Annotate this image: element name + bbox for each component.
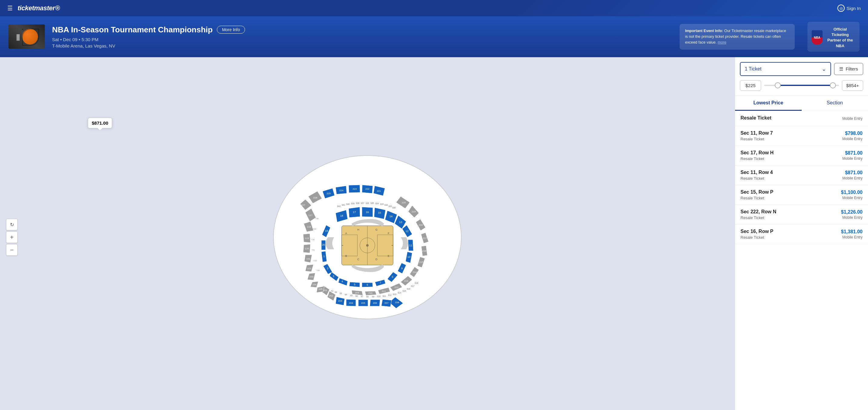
svg-text:120: 120 [305, 247, 309, 250]
ticket-type-5: Resale Ticket [741, 235, 774, 240]
price-slider-track[interactable] [764, 85, 839, 86]
ticket-list: Sec 11, Row 7 Resale Ticket $798.00 Mobi… [735, 126, 868, 410]
more-info-button[interactable]: More Info [217, 26, 245, 34]
ticket-entry-2: Mobile Entry [842, 176, 863, 180]
svg-text:E: E [388, 254, 390, 258]
svg-text:S31: S31 [389, 205, 392, 207]
svg-text:101: 101 [306, 258, 310, 260]
svg-text:S38: S38 [356, 202, 360, 204]
ticket-tabs: Lowest Price Section [735, 96, 868, 111]
svg-text:4: 4 [341, 280, 343, 283]
svg-text:C: C [358, 258, 360, 261]
ticket-item[interactable]: Sec 11, Row 4 Resale Ticket $871.00 Mobi… [735, 166, 868, 185]
arena-svg: 227 226 225 224 223 222 221 [265, 146, 470, 328]
ticket-entry-3: Mobile Entry [841, 196, 863, 200]
nba-official-text: Official Ticketing Partner of the NBA [825, 27, 855, 49]
svg-text:S17: S17 [411, 285, 414, 287]
price-slider-thumb-left[interactable] [775, 82, 781, 88]
svg-text:20: 20 [322, 243, 325, 246]
svg-text:S14: S14 [398, 292, 401, 294]
svg-text:F: F [388, 232, 390, 235]
undo-button[interactable]: ↻ [6, 219, 18, 230]
ticket-entry-4: Mobile Entry [841, 215, 863, 220]
svg-text:219: 219 [411, 210, 416, 213]
ticket-item-right-4: $1,226.00 Mobile Entry [841, 209, 863, 220]
svg-text:208: 208 [395, 301, 399, 304]
price-tooltip: $871.00 [88, 118, 112, 128]
svg-text:T20: T20 [311, 239, 315, 241]
svg-text:10: 10 [407, 255, 410, 259]
svg-text:117: 117 [308, 214, 313, 217]
svg-text:S41: S41 [342, 204, 345, 206]
ticket-item-left-4: Sec 222, Row N Resale Ticket [741, 209, 776, 220]
sign-in-button[interactable]: ◎ Sign In [837, 4, 861, 12]
ticket-section-0: Sec 11, Row 7 [741, 130, 773, 136]
svg-text:T23: T23 [316, 270, 320, 271]
tab-section[interactable]: Section [802, 96, 868, 111]
svg-text:5: 5 [354, 283, 355, 286]
svg-text:S36: S36 [366, 202, 369, 204]
svg-text:215: 215 [419, 261, 424, 264]
svg-text:210: 210 [368, 292, 373, 295]
ticket-item[interactable]: Sec 16, Row P Resale Ticket $1,381.00 Mo… [735, 225, 868, 244]
svg-text:S8: S8 [366, 296, 369, 298]
ticket-controls: 1 Ticket ⌄ ☰ Filters $225 $854+ [735, 57, 868, 96]
ticket-panel: 1 Ticket ⌄ ☰ Filters $225 $854+ Lowest [735, 57, 868, 410]
filters-button[interactable]: ☰ Filters [834, 63, 863, 75]
ticket-section-5: Sec 16, Row P [741, 229, 774, 234]
svg-text:A: A [345, 232, 347, 235]
svg-text:S10: S10 [377, 295, 381, 298]
ticket-item-right-5: $1,381.00 Mobile Entry [841, 229, 863, 239]
price-slider-thumb-right[interactable] [830, 82, 836, 88]
ticket-item-partial[interactable]: Resale Ticket Mobile Entry [735, 111, 868, 126]
arena-seating-chart[interactable]: 227 226 225 224 223 222 221 [265, 146, 470, 328]
svg-text:S32: S32 [384, 204, 388, 206]
chevron-down-icon: ⌄ [822, 66, 826, 72]
svg-text:218: 218 [418, 224, 423, 226]
ticket-entry-0: Mobile Entry [842, 137, 863, 141]
svg-text:205: 205 [361, 302, 365, 304]
svg-text:209: 209 [355, 292, 359, 294]
svg-text:217: 217 [423, 237, 427, 240]
ticket-price-5: $1,381.00 [841, 229, 863, 235]
ticket-price-4: $1,226.00 [841, 209, 863, 215]
hamburger-menu-icon[interactable]: ☰ [7, 4, 13, 12]
ticket-section-3: Sec 15, Row P [741, 190, 774, 195]
svg-text:S15: S15 [403, 290, 406, 292]
svg-text:14: 14 [390, 215, 393, 218]
svg-text:S42: S42 [337, 205, 341, 207]
svg-text:202: 202 [329, 295, 333, 297]
arena-map-area[interactable]: ↻ + − $871.00 227 226 225 [0, 57, 735, 410]
svg-text:T18: T18 [315, 217, 319, 219]
svg-text:9: 9 [401, 267, 403, 270]
ticket-quantity-selector[interactable]: 1 Ticket ⌄ [740, 62, 831, 76]
notice-more-link[interactable]: more [718, 40, 726, 44]
svg-text:203: 203 [338, 300, 342, 302]
ticket-item[interactable]: Sec 222, Row N Resale Ticket $1,226.00 M… [735, 205, 868, 225]
ticket-type-3: Resale Ticket [741, 196, 774, 200]
ticket-item[interactable]: Sec 15, Row P Resale Ticket $1,100.00 Mo… [735, 185, 868, 205]
ticket-item[interactable]: Sec 11, Row 7 Resale Ticket $798.00 Mobi… [735, 126, 868, 146]
ticket-section-2: Sec 11, Row 4 [741, 170, 773, 175]
ticket-item[interactable]: Sec 17, Row H Resale Ticket $871.00 Mobi… [735, 146, 868, 166]
svg-text:8: 8 [392, 275, 393, 278]
zoom-out-button[interactable]: − [6, 244, 18, 256]
svg-text:226: 226 [313, 196, 317, 199]
svg-text:216: 216 [422, 250, 427, 252]
svg-text:211: 211 [382, 290, 386, 293]
price-min-box: $225 [740, 80, 761, 91]
price-slider-fill [775, 85, 835, 86]
svg-text:204: 204 [349, 302, 353, 304]
ticket-type-2: Resale Ticket [741, 176, 773, 181]
svg-text:S16: S16 [407, 288, 410, 290]
ticket-item-left-5: Sec 16, Row P Resale Ticket [741, 229, 774, 240]
ticket-type-1: Resale Ticket [741, 157, 774, 161]
tab-lowest-price[interactable]: Lowest Price [735, 96, 802, 111]
svg-text:H: H [358, 228, 360, 231]
ticket-section-partial: Resale Ticket [741, 115, 771, 121]
zoom-in-button[interactable]: + [6, 232, 18, 243]
svg-text:105: 105 [318, 288, 322, 291]
svg-text:S40: S40 [346, 203, 350, 205]
svg-text:13: 13 [399, 220, 402, 224]
svg-text:224: 224 [339, 189, 343, 192]
